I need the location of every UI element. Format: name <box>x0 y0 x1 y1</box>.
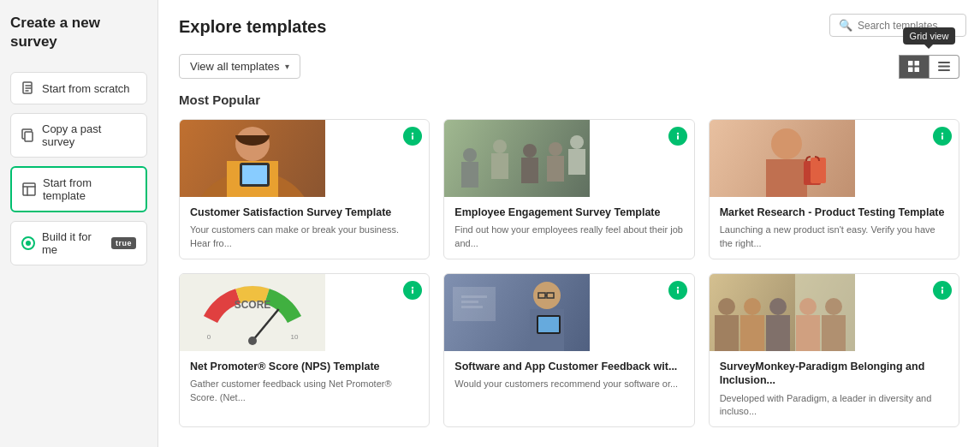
card-title: Software and App Customer Feedback wit..… <box>454 360 683 373</box>
card-canvas <box>180 120 325 197</box>
card-image <box>710 120 959 197</box>
card-canvas <box>710 274 855 351</box>
svg-rect-18 <box>677 289 679 294</box>
svg-rect-8 <box>938 65 950 67</box>
copy-past-label: Copy a past survey <box>42 122 136 148</box>
svg-point-11 <box>412 133 413 134</box>
svg-rect-3 <box>908 61 913 66</box>
card-title: Net Promoter® Score (NPS) Template <box>190 360 419 373</box>
card-title: Customer Satisfaction Survey Template <box>190 206 419 219</box>
card-description: Gather customer feedback using Net Promo… <box>190 378 419 404</box>
template-badge <box>403 281 422 300</box>
svg-point-21 <box>941 287 943 289</box>
search-area[interactable]: 🔍 <box>829 14 966 37</box>
svg-rect-16 <box>412 289 413 294</box>
page-title: Create a new survey <box>10 14 147 51</box>
sidebar-option-start-scratch[interactable]: Start from scratch <box>10 72 147 104</box>
filter-label: View all templates <box>190 60 280 73</box>
template-card[interactable]: SurveyMonkey-Paradigm Belonging and Incl… <box>709 273 959 427</box>
copy-icon <box>21 128 35 142</box>
list-view-button[interactable] <box>930 55 959 79</box>
list-icon <box>938 61 950 73</box>
start-scratch-label: Start from scratch <box>42 82 130 95</box>
svg-rect-6 <box>915 67 920 72</box>
svg-rect-20 <box>941 289 943 294</box>
view-buttons: Grid view <box>899 55 959 79</box>
card-image <box>444 274 693 351</box>
grid-icon <box>908 61 920 73</box>
svg-rect-14 <box>941 135 943 140</box>
chevron-down-icon: ▾ <box>285 62 289 71</box>
card-image <box>180 274 429 351</box>
template-card[interactable]: Market Research - Product Testing Templa… <box>709 119 959 259</box>
beta-badge: true <box>111 237 136 249</box>
svg-rect-2 <box>23 183 35 195</box>
svg-point-13 <box>676 133 678 134</box>
filter-dropdown[interactable]: View all templates ▾ <box>179 54 300 79</box>
svg-rect-7 <box>938 62 950 63</box>
card-canvas <box>444 120 590 197</box>
search-input[interactable] <box>858 20 957 32</box>
svg-point-19 <box>676 287 678 289</box>
template-card[interactable]: Net Promoter® Score (NPS) TemplateGather… <box>179 273 430 427</box>
build-it-label: Build it for me <box>42 230 101 256</box>
card-image <box>710 274 959 351</box>
card-canvas <box>710 120 855 197</box>
sidebar-option-start-template[interactable]: Start from template <box>10 166 147 212</box>
template-badge <box>933 127 952 146</box>
svg-point-15 <box>941 133 943 134</box>
toolbar: View all templates ▾ Grid view <box>179 54 959 79</box>
template-grid: Customer Satisfaction Survey TemplateYou… <box>179 119 959 427</box>
sidebar: Create a new survey Start from scratch C… <box>0 0 158 447</box>
svg-rect-4 <box>915 61 920 66</box>
card-canvas <box>444 274 590 351</box>
template-badge <box>668 127 687 146</box>
card-description: Your customers can make or break your bu… <box>190 224 419 250</box>
search-icon: 🔍 <box>839 19 852 32</box>
template-card[interactable]: Software and App Customer Feedback wit..… <box>443 273 694 427</box>
template-icon <box>22 182 36 196</box>
card-title: SurveyMonkey-Paradigm Belonging and Incl… <box>720 360 948 388</box>
sidebar-option-build-it[interactable]: Build it for me true <box>10 221 147 265</box>
template-badge <box>668 281 687 300</box>
svg-point-17 <box>412 287 413 289</box>
svg-rect-10 <box>412 135 413 140</box>
start-template-label: Start from template <box>43 176 135 202</box>
svg-rect-1 <box>25 132 33 141</box>
card-title: Market Research - Product Testing Templa… <box>720 206 948 219</box>
svg-rect-5 <box>908 67 913 72</box>
card-title: Employee Engagement Survey Template <box>454 206 683 219</box>
card-description: Developed with Paradigm, a leader in div… <box>720 392 948 419</box>
card-description: Launching a new product isn't easy. Veri… <box>720 224 948 250</box>
section-label: Most Popular <box>179 92 959 107</box>
card-description: Find out how your employees really feel … <box>454 224 683 250</box>
svg-rect-9 <box>938 69 950 71</box>
card-image <box>444 120 693 197</box>
template-badge <box>403 127 422 146</box>
card-canvas <box>180 274 325 351</box>
grid-view-button[interactable] <box>899 55 930 79</box>
main-content: Explore templates 🔍 View all templates ▾… <box>158 0 980 447</box>
svg-rect-12 <box>677 135 679 140</box>
template-badge <box>933 281 952 300</box>
card-description: Would your customers recommend your soft… <box>454 378 683 390</box>
file-icon <box>21 81 35 95</box>
sidebar-option-copy-past[interactable]: Copy a past survey <box>10 113 147 158</box>
build-it-circle-icon <box>21 236 35 250</box>
card-image <box>180 120 429 197</box>
template-card[interactable]: Employee Engagement Survey TemplateFind … <box>443 119 694 259</box>
template-card[interactable]: Customer Satisfaction Survey TemplateYou… <box>179 119 430 259</box>
